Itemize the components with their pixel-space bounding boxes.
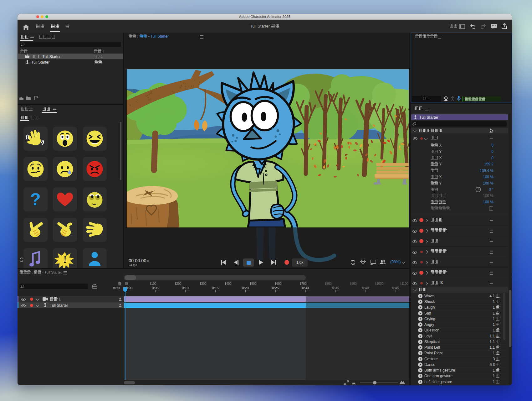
svg-text:?: ?	[30, 189, 40, 209]
